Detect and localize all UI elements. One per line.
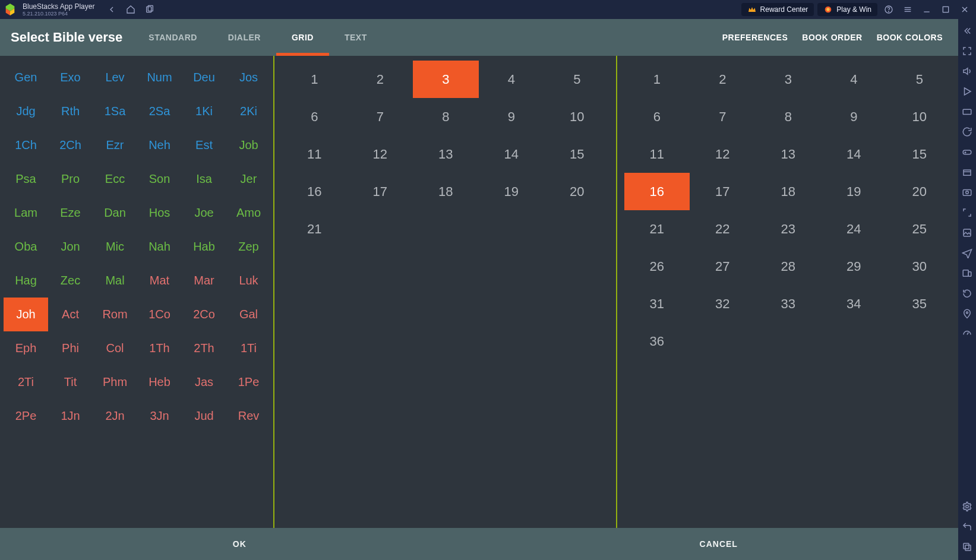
keyboard-controls-icon[interactable] bbox=[961, 106, 973, 118]
fullscreen-icon[interactable] bbox=[961, 45, 973, 57]
chapter-3[interactable]: 3 bbox=[413, 61, 479, 98]
book-rev[interactable]: Rev bbox=[226, 399, 271, 433]
book-jdg[interactable]: Jdg bbox=[4, 94, 48, 128]
dashboard-icon[interactable] bbox=[961, 328, 973, 340]
book-nah[interactable]: Nah bbox=[137, 230, 182, 264]
toolbar-link-book-colors[interactable]: BOOK COLORS bbox=[870, 19, 950, 56]
volume-icon[interactable] bbox=[961, 65, 973, 77]
verse-7[interactable]: 7 bbox=[690, 98, 756, 135]
verse-21[interactable]: 21 bbox=[624, 210, 690, 248]
verse-32[interactable]: 32 bbox=[690, 285, 756, 322]
book-exo[interactable]: Exo bbox=[48, 61, 93, 94]
book-rth[interactable]: Rth bbox=[48, 94, 93, 128]
tab-text[interactable]: TEXT bbox=[329, 19, 383, 56]
verse-3[interactable]: 3 bbox=[756, 61, 822, 98]
verse-29[interactable]: 29 bbox=[821, 248, 887, 285]
reward-center-button[interactable]: Reward Center bbox=[741, 3, 814, 16]
copy-icon[interactable] bbox=[961, 541, 973, 553]
book-eze[interactable]: Eze bbox=[48, 196, 93, 230]
book-pro[interactable]: Pro bbox=[48, 162, 93, 196]
chapter-10[interactable]: 10 bbox=[544, 98, 610, 135]
book-jas[interactable]: Jas bbox=[182, 365, 226, 399]
gamepad-icon[interactable] bbox=[961, 146, 973, 158]
chapter-5[interactable]: 5 bbox=[544, 61, 610, 98]
chapter-13[interactable]: 13 bbox=[413, 135, 479, 173]
chapter-17[interactable]: 17 bbox=[348, 173, 413, 210]
verse-4[interactable]: 4 bbox=[821, 61, 887, 98]
book-hag[interactable]: Hag bbox=[4, 264, 48, 298]
chapter-11[interactable]: 11 bbox=[282, 135, 348, 173]
tab-dialer[interactable]: DIALER bbox=[213, 19, 276, 56]
book-1ki[interactable]: 1Ki bbox=[182, 94, 226, 128]
book-hab[interactable]: Hab bbox=[182, 230, 226, 264]
verse-16[interactable]: 16 bbox=[624, 173, 690, 210]
book-zep[interactable]: Zep bbox=[226, 230, 271, 264]
chapter-19[interactable]: 19 bbox=[479, 173, 545, 210]
verse-11[interactable]: 11 bbox=[624, 135, 690, 173]
verse-9[interactable]: 9 bbox=[821, 98, 887, 135]
back-icon[interactable] bbox=[104, 2, 119, 17]
verse-10[interactable]: 10 bbox=[887, 98, 953, 135]
verse-22[interactable]: 22 bbox=[690, 210, 756, 248]
verse-36[interactable]: 36 bbox=[624, 322, 690, 360]
chapter-9[interactable]: 9 bbox=[479, 98, 545, 135]
verse-5[interactable]: 5 bbox=[887, 61, 953, 98]
book-gal[interactable]: Gal bbox=[226, 298, 271, 331]
book-dan[interactable]: Dan bbox=[93, 196, 137, 230]
chapter-18[interactable]: 18 bbox=[413, 173, 479, 210]
book-1ti[interactable]: 1Ti bbox=[226, 331, 271, 365]
book-lev[interactable]: Lev bbox=[93, 61, 137, 94]
verse-1[interactable]: 1 bbox=[624, 61, 690, 98]
verse-17[interactable]: 17 bbox=[690, 173, 756, 210]
book-neh[interactable]: Neh bbox=[137, 128, 182, 162]
chapter-16[interactable]: 16 bbox=[282, 173, 348, 210]
book-lam[interactable]: Lam bbox=[4, 196, 48, 230]
verse-26[interactable]: 26 bbox=[624, 248, 690, 285]
verse-19[interactable]: 19 bbox=[821, 173, 887, 210]
book-2co[interactable]: 2Co bbox=[182, 298, 226, 331]
chapter-12[interactable]: 12 bbox=[348, 135, 413, 173]
verse-25[interactable]: 25 bbox=[887, 210, 953, 248]
settings-icon[interactable] bbox=[961, 501, 973, 512]
book-mat[interactable]: Mat bbox=[137, 264, 182, 298]
screenshot-icon[interactable] bbox=[961, 186, 973, 198]
book-ezr[interactable]: Ezr bbox=[93, 128, 137, 162]
book-job[interactable]: Job bbox=[226, 128, 271, 162]
recents-icon[interactable] bbox=[142, 2, 157, 17]
cancel-button[interactable]: CANCEL bbox=[479, 528, 959, 560]
book-jud[interactable]: Jud bbox=[182, 399, 226, 433]
book-son[interactable]: Son bbox=[137, 162, 182, 196]
book-tit[interactable]: Tit bbox=[48, 365, 93, 399]
book-rom[interactable]: Rom bbox=[93, 298, 137, 331]
chapter-8[interactable]: 8 bbox=[413, 98, 479, 135]
book-isa[interactable]: Isa bbox=[182, 162, 226, 196]
verse-34[interactable]: 34 bbox=[821, 285, 887, 322]
book-mic[interactable]: Mic bbox=[93, 230, 137, 264]
book-jon[interactable]: Jon bbox=[48, 230, 93, 264]
ok-button[interactable]: OK bbox=[0, 528, 479, 560]
close-window-icon[interactable] bbox=[957, 2, 972, 17]
book-1pe[interactable]: 1Pe bbox=[226, 365, 271, 399]
minimize-icon[interactable] bbox=[919, 2, 934, 17]
book-num[interactable]: Num bbox=[137, 61, 182, 94]
chapter-21[interactable]: 21 bbox=[282, 210, 348, 248]
airplane-icon[interactable] bbox=[961, 247, 973, 259]
verse-12[interactable]: 12 bbox=[690, 135, 756, 173]
book-2jn[interactable]: 2Jn bbox=[93, 399, 137, 433]
chapter-14[interactable]: 14 bbox=[479, 135, 545, 173]
image-icon[interactable] bbox=[961, 227, 973, 239]
verse-2[interactable]: 2 bbox=[690, 61, 756, 98]
book-2ch[interactable]: 2Ch bbox=[48, 128, 93, 162]
collapse-rail-icon[interactable] bbox=[961, 25, 973, 37]
book-2pe[interactable]: 2Pe bbox=[4, 399, 48, 433]
sync-icon[interactable] bbox=[961, 126, 973, 138]
toolbar-link-preferences[interactable]: PREFERENCES bbox=[715, 19, 795, 56]
book-jer[interactable]: Jer bbox=[226, 162, 271, 196]
maximize-icon[interactable] bbox=[938, 2, 953, 17]
book-amo[interactable]: Amo bbox=[226, 196, 271, 230]
book-ecc[interactable]: Ecc bbox=[93, 162, 137, 196]
chapter-20[interactable]: 20 bbox=[544, 173, 610, 210]
book-mar[interactable]: Mar bbox=[182, 264, 226, 298]
book-gen[interactable]: Gen bbox=[4, 61, 48, 94]
chapter-6[interactable]: 6 bbox=[282, 98, 348, 135]
